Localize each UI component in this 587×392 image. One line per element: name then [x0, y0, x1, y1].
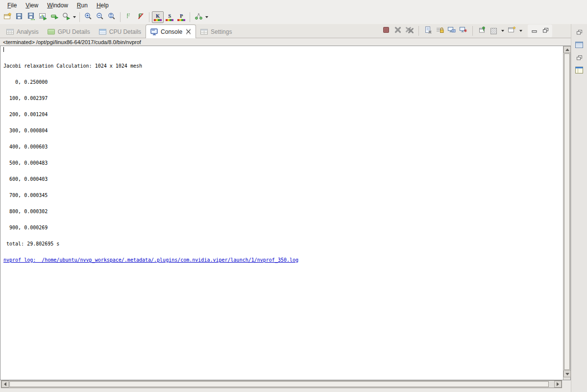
- console-icon: [150, 28, 158, 35]
- display-selected-console-dropdown[interactable]: [500, 25, 505, 36]
- save-all-icon: [27, 12, 35, 23]
- terminate-button[interactable]: [381, 25, 391, 36]
- remove-marker-icon: [137, 12, 145, 22]
- detail-view-icon: [575, 67, 583, 75]
- remove-marker-button[interactable]: [135, 11, 147, 23]
- open-console-dropdown[interactable]: [518, 25, 523, 36]
- zoom-fit-icon: [108, 12, 116, 23]
- scroll-right-arrow[interactable]: [554, 381, 562, 388]
- console-line: 500, 0.000483: [3, 160, 563, 166]
- stream-mode-icon: S: [165, 14, 174, 21]
- menu-run[interactable]: Run: [73, 1, 92, 10]
- menu-file[interactable]: File: [3, 1, 21, 10]
- toolbar-separator: [190, 12, 190, 22]
- run-analysis-button[interactable]: [60, 11, 72, 23]
- run-chart-icon: [39, 12, 47, 23]
- stream-mode-button[interactable]: S: [164, 11, 175, 23]
- close-icon[interactable]: [186, 29, 191, 34]
- detail-view-button[interactable]: [574, 66, 585, 76]
- menu-help[interactable]: Help: [92, 1, 113, 10]
- console-toolbar-separator: [472, 26, 473, 36]
- run-configure-button[interactable]: [49, 11, 60, 23]
- add-marker-icon: [125, 12, 133, 22]
- topology-button[interactable]: [193, 11, 204, 23]
- nvprof-log-link[interactable]: nvprof log: /home/ubuntu/nvvp_workspace/…: [3, 257, 298, 263]
- tab-label: Analysis: [17, 28, 39, 35]
- show-stderr-button[interactable]: [458, 25, 468, 36]
- scroll-up-arrow[interactable]: [563, 46, 571, 53]
- run-analysis-icon: [62, 12, 71, 23]
- save-button[interactable]: [13, 11, 25, 23]
- add-marker-button[interactable]: [123, 11, 135, 23]
- new-session-icon: [3, 12, 12, 23]
- main-toolbar: K S P: [0, 10, 587, 24]
- console-line: 400, 0.000603: [3, 144, 563, 149]
- menu-bar: File View Window Run Help: [0, 0, 587, 10]
- menu-view[interactable]: View: [21, 1, 43, 10]
- zoom-fit-button[interactable]: [106, 11, 118, 23]
- zoom-in-icon: [84, 12, 93, 23]
- open-console-icon: [508, 26, 516, 36]
- restore-view-button[interactable]: [574, 53, 585, 63]
- minimized-views-bar: [571, 24, 587, 392]
- kernel-mode-button[interactable]: K: [152, 11, 164, 23]
- console-line: total: 29.802695 s: [3, 241, 563, 246]
- console-toolbar-separator: [418, 26, 419, 36]
- pin-console-icon: [478, 26, 486, 36]
- show-stdout-button[interactable]: [446, 25, 457, 36]
- tab-settings[interactable]: Settings: [196, 25, 236, 38]
- pin-console-button[interactable]: [477, 25, 487, 36]
- remove-all-terminated-button[interactable]: [404, 25, 415, 36]
- tab-label: Settings: [211, 28, 232, 35]
- display-selected-console-icon: [490, 28, 497, 34]
- console-line: 100, 0.002397: [3, 96, 563, 101]
- new-session-button[interactable]: [1, 11, 13, 23]
- remove-launch-button[interactable]: [392, 25, 403, 36]
- tab-gpu-details[interactable]: GPU Details: [43, 25, 95, 38]
- console-text-area[interactable]: Jacobi relaxation Calculation: 1024 x 10…: [0, 46, 563, 380]
- clear-console-button[interactable]: [423, 25, 433, 36]
- horizontal-scroll-thumb[interactable]: [9, 381, 549, 387]
- menu-window[interactable]: Window: [43, 1, 73, 10]
- maximize-button[interactable]: [540, 26, 550, 36]
- run-generate-timeline-button[interactable]: [37, 11, 49, 23]
- vertical-scroll-thumb[interactable]: [564, 53, 570, 370]
- scroll-left-arrow[interactable]: [1, 381, 9, 388]
- process-mode-icon: P: [176, 14, 186, 21]
- console-line: 900, 0.000269: [3, 225, 563, 230]
- restore-view-icon: [576, 28, 583, 37]
- zoom-out-icon: [96, 12, 104, 23]
- scroll-lock-button[interactable]: [435, 25, 445, 36]
- zoom-in-button[interactable]: [82, 11, 94, 23]
- maximize-icon: [542, 26, 549, 35]
- minimize-button[interactable]: [530, 26, 539, 36]
- console-line: Jacobi relaxation Calculation: 1024 x 10…: [3, 63, 563, 69]
- minimize-icon: [532, 26, 538, 35]
- horizontal-scrollbar[interactable]: [1, 380, 562, 388]
- run-configure-icon: [50, 12, 59, 23]
- toolbar-separator: [79, 12, 80, 22]
- process-mode-button[interactable]: P: [175, 11, 187, 23]
- properties-view-icon: [575, 41, 583, 50]
- zoom-out-button[interactable]: [94, 11, 106, 23]
- console-line: 200, 0.001204: [3, 112, 563, 117]
- kernel-mode-icon: K: [153, 14, 163, 21]
- topology-icon: [195, 12, 203, 22]
- console-toolbar: [381, 24, 552, 38]
- scroll-down-arrow[interactable]: [563, 370, 571, 377]
- topology-dropdown[interactable]: [204, 12, 209, 23]
- open-console-button[interactable]: [507, 25, 517, 36]
- save-icon: [15, 12, 23, 22]
- tab-analysis[interactable]: Analysis: [2, 25, 43, 38]
- save-all-button[interactable]: [25, 11, 37, 23]
- console-line: 800, 0.000302: [3, 209, 563, 214]
- run-analysis-dropdown[interactable]: [72, 12, 77, 23]
- view-tab-bar: Analysis GPU Details CPU Details Console: [0, 24, 571, 38]
- properties-view-button[interactable]: [574, 41, 585, 50]
- tab-console[interactable]: Console: [146, 24, 196, 38]
- restore-view-button[interactable]: [574, 28, 585, 38]
- display-selected-console-button[interactable]: [489, 25, 499, 36]
- tab-cpu-details[interactable]: CPU Details: [95, 25, 146, 38]
- vertical-scrollbar[interactable]: [563, 46, 570, 380]
- tab-label: CPU Details: [109, 28, 141, 35]
